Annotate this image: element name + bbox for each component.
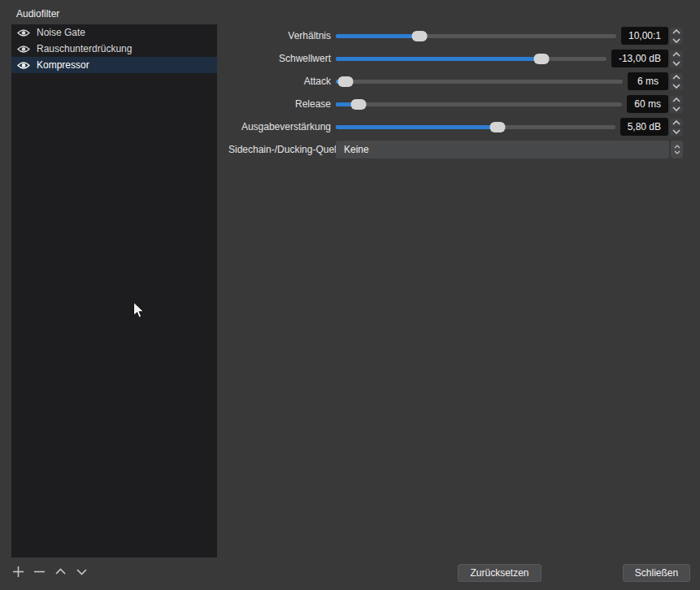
spin-up-button[interactable] [670,119,683,127]
output-gain-spinbox: 5,80 dB [620,118,683,136]
visibility-eye-icon[interactable] [17,45,30,54]
attack-slider[interactable] [336,72,623,90]
slider-track[interactable] [336,102,622,106]
chevron-up-icon [54,565,67,579]
attack-value-field[interactable]: 6 ms [628,72,668,90]
filter-item-label: Kompressor [37,59,89,71]
release-slider[interactable] [336,95,622,113]
chevron-up-icon [672,29,680,34]
add-filter-button[interactable] [11,564,25,579]
chevron-down-icon [672,61,680,66]
move-filter-down-button[interactable] [75,564,89,579]
spin-up-button[interactable] [670,73,683,81]
threshold-slider[interactable] [336,50,607,67]
property-label: Verhältnis [228,30,331,41]
property-row-threshold: Schwellwert -13,00 dB [228,50,683,67]
spin-up-button[interactable] [670,28,683,36]
spin-up-button[interactable] [670,50,683,59]
spin-up-button[interactable] [670,96,683,104]
spin-buttons [670,50,683,67]
slider-handle[interactable] [351,99,367,110]
property-label: Release [228,98,331,110]
filter-item-kompressor[interactable]: Kompressor [11,57,217,73]
visibility-eye-icon[interactable] [17,61,30,70]
chevron-up-icon [672,75,680,80]
slider-handle[interactable] [490,122,506,132]
chevron-down-icon [674,150,680,154]
ratio-slider[interactable] [336,27,616,45]
property-row-ratio: Verhältnis 10,00:1 [228,27,683,45]
ratio-spinbox: 10,00:1 [621,27,683,45]
property-row-sidechain-source: Sidechain-/Ducking-Quelle Keine [228,141,683,158]
property-label: Attack [228,76,331,87]
chevron-up-icon [672,120,680,125]
slider-handle[interactable] [338,76,354,87]
spin-buttons [670,28,683,45]
property-label: Ausgabeverstärkung [228,121,331,132]
combobox-spinner-button[interactable] [671,141,683,158]
filter-item-noise-gate[interactable]: Noise Gate [11,24,217,41]
filter-item-label: Noise Gate [37,27,85,38]
spin-down-button[interactable] [670,59,683,67]
output-gain-slider[interactable] [336,118,615,136]
output-gain-value-field[interactable]: 5,80 dB [620,118,668,136]
visibility-eye-icon[interactable] [17,28,30,37]
filter-list-toolbar [11,564,89,579]
sidechain-source-combobox[interactable]: Keine [336,141,669,158]
filter-list: Noise Gate Rauschunterdrückung Kompresso… [11,24,217,557]
property-row-attack: Attack 6 ms [228,72,683,90]
dialog-title: Audiofilter [16,8,59,20]
release-value-field[interactable]: 60 ms [627,95,668,113]
slider-fill [336,57,541,61]
chevron-down-icon [672,38,680,43]
slider-handle[interactable] [412,31,428,41]
spin-down-button[interactable] [670,105,683,113]
filter-item-label: Rauschunterdrückung [37,43,132,54]
slider-fill [336,125,498,129]
spin-buttons [670,96,683,113]
chevron-down-icon [672,84,680,89]
property-row-output-gain: Ausgabeverstärkung 5,80 dB [228,118,683,136]
slider-fill [336,34,420,38]
spin-buttons [670,73,683,90]
spin-buttons [670,119,683,136]
chevron-down-icon [672,106,680,111]
property-label: Sidechain-/Ducking-Quelle [228,144,331,155]
attack-spinbox: 6 ms [628,72,683,90]
spin-down-button[interactable] [670,128,683,136]
plus-icon [11,565,25,579]
threshold-value-field[interactable]: -13,00 dB [611,50,668,67]
chevron-up-icon [672,52,680,57]
chevron-up-icon [672,98,680,102]
spin-down-button[interactable] [670,37,683,45]
property-row-release: Release 60 ms [228,95,683,113]
slider-handle[interactable] [534,54,550,64]
remove-filter-button[interactable] [33,564,46,579]
release-spinbox: 60 ms [627,95,683,113]
filter-properties-panel: Verhältnis 10,00:1 Schwellwert -13,00 dB [228,27,683,158]
filter-item-rauschunterdrueckung[interactable]: Rauschunterdrückung [11,41,217,57]
reset-button[interactable]: Zurücksetzen [458,564,541,582]
slider-track[interactable] [336,80,623,84]
move-filter-up-button[interactable] [54,564,67,579]
chevron-down-icon [672,129,680,134]
chevron-down-icon [75,565,89,579]
threshold-spinbox: -13,00 dB [611,50,683,67]
property-label: Schwellwert [228,53,331,64]
minus-icon [33,565,46,579]
close-button[interactable]: Schließen [623,564,690,582]
chevron-up-icon [674,145,680,149]
spin-down-button[interactable] [670,82,683,90]
ratio-value-field[interactable]: 10,00:1 [621,27,668,45]
